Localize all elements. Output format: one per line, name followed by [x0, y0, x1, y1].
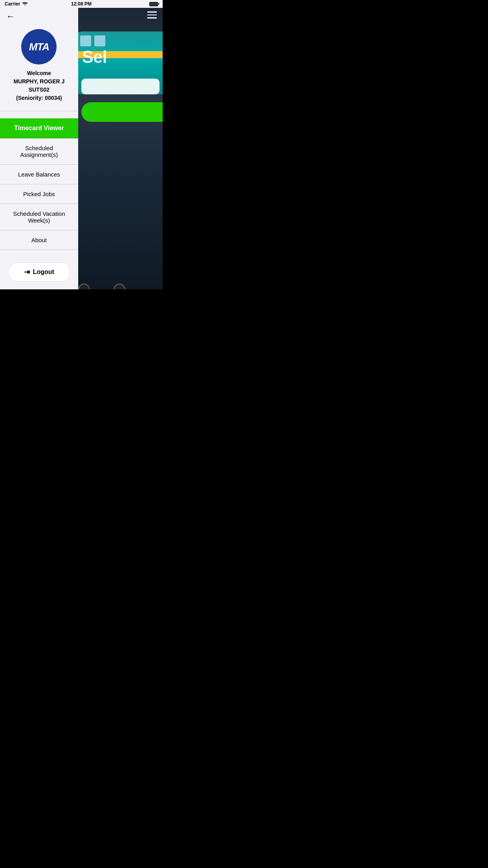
hamburger-button[interactable]: [145, 9, 159, 20]
menu-item-timecard-viewer[interactable]: Timecard Viewer: [0, 118, 78, 138]
right-panel: Sel: [78, 0, 163, 289]
menu-item-picked-jobs[interactable]: Picked Jobs: [0, 184, 78, 204]
back-button[interactable]: ←: [5, 10, 17, 23]
menu-section: Timecard Viewer Scheduled Assignment(s) …: [0, 118, 78, 255]
bus-wheel-area: [78, 283, 125, 289]
hamburger-line-1: [147, 11, 157, 13]
bus-wheel-front: [78, 283, 90, 289]
menu-item-scheduled-assignments[interactable]: Scheduled Assignment(s): [0, 138, 78, 165]
green-action-button[interactable]: [81, 102, 163, 122]
status-bar-right: [149, 2, 158, 6]
user-name: MURPHY, ROGER J: [13, 77, 64, 86]
profile-divider: [0, 111, 78, 111]
wifi-icon: [22, 1, 28, 7]
search-box[interactable]: [81, 79, 160, 94]
user-department: SUTS02: [13, 86, 64, 94]
mta-logo: MTA: [21, 29, 57, 64]
svg-point-0: [25, 5, 26, 6]
bus-windows: [80, 35, 105, 46]
logout-button[interactable]: ⇥ Logout: [8, 263, 70, 281]
logout-label: Logout: [33, 268, 54, 276]
hamburger-line-2: [147, 15, 157, 16]
status-bar-time: 12:08 PM: [71, 1, 92, 7]
hamburger-line-3: [147, 17, 157, 18]
user-seniority: (Seniority: 00034): [13, 94, 64, 102]
profile-section: MTA Welcome MURPHY, ROGER J SUTS02 (Seni…: [0, 25, 78, 110]
status-bar: Carrier 12:08 PM: [0, 0, 163, 8]
status-bar-left: Carrier: [5, 1, 28, 7]
bus-wheel-rear: [114, 283, 125, 289]
mta-logo-text: MTA: [29, 41, 49, 53]
menu-item-leave-balances[interactable]: Leave Balances: [0, 165, 78, 184]
bus-window: [94, 35, 105, 46]
logout-section: ⇥ Logout: [0, 255, 78, 289]
welcome-label: Welcome: [13, 69, 64, 77]
profile-info: Welcome MURPHY, ROGER J SUTS02 (Seniorit…: [13, 69, 64, 102]
menu-item-scheduled-vacation[interactable]: Scheduled Vacation Week(s): [0, 204, 78, 230]
battery-icon: [149, 2, 158, 6]
logout-icon: ⇥: [24, 268, 30, 276]
menu-item-about[interactable]: About: [0, 230, 78, 250]
carrier-label: Carrier: [5, 1, 20, 7]
bus-window: [80, 35, 91, 46]
sel-text: Sel: [82, 47, 107, 67]
sidebar: ← MTA Welcome MURPHY, ROGER J SUTS02 (Se…: [0, 0, 78, 289]
top-nav: ←: [0, 8, 78, 25]
